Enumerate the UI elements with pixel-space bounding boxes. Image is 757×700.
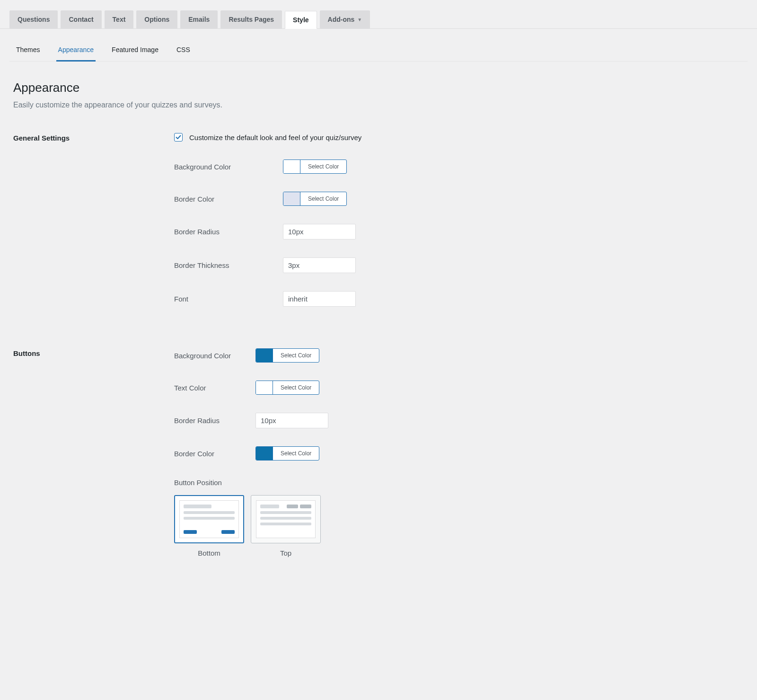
- section-heading-general: General Settings: [13, 133, 174, 325]
- subtab-appearance[interactable]: Appearance: [56, 39, 96, 62]
- primary-tabs: Questions Contact Text Options Emails Re…: [0, 0, 757, 29]
- subtab-css[interactable]: CSS: [175, 39, 192, 62]
- tab-options[interactable]: Options: [136, 10, 177, 28]
- page-title: Appearance: [13, 80, 744, 95]
- general-font-input[interactable]: [283, 291, 356, 307]
- sub-tabs: Themes Appearance Featured Image CSS: [9, 39, 748, 62]
- position-top-label: Top: [251, 549, 321, 557]
- tab-emails[interactable]: Emails: [180, 10, 218, 28]
- subtab-themes[interactable]: Themes: [14, 39, 42, 62]
- color-swatch: [283, 192, 300, 205]
- select-color-label: Select Color: [300, 160, 346, 173]
- label-bg-color: Background Color: [174, 163, 283, 171]
- button-position-bottom[interactable]: Bottom: [174, 495, 244, 557]
- tab-style[interactable]: Style: [285, 11, 317, 29]
- subtab-featured-image[interactable]: Featured Image: [110, 39, 160, 62]
- chevron-down-icon: ▼: [357, 17, 362, 22]
- color-swatch: [256, 447, 273, 460]
- general-bg-color-picker[interactable]: Select Color: [283, 159, 347, 174]
- select-color-label: Select Color: [273, 447, 319, 460]
- tab-addons-label: Add-ons: [328, 16, 355, 23]
- check-icon: [176, 134, 181, 140]
- section-buttons: Buttons Background Color Select Color Te…: [13, 348, 744, 557]
- label-border-thickness: Border Thickness: [174, 261, 283, 269]
- color-swatch: [256, 381, 273, 394]
- general-border-radius-input[interactable]: [283, 224, 356, 239]
- page-subtitle: Easily customize the appearance of your …: [13, 101, 744, 109]
- color-swatch: [283, 160, 300, 173]
- select-color-label: Select Color: [273, 381, 319, 394]
- label-btn-border-radius: Border Radius: [174, 416, 255, 425]
- tab-contact[interactable]: Contact: [61, 10, 101, 28]
- tab-text[interactable]: Text: [105, 10, 134, 28]
- label-btn-border-color: Border Color: [174, 450, 255, 458]
- button-position-top[interactable]: Top: [251, 495, 321, 557]
- general-border-color-picker[interactable]: Select Color: [283, 192, 347, 206]
- label-border-radius: Border Radius: [174, 228, 283, 236]
- buttons-bg-color-picker[interactable]: Select Color: [255, 348, 319, 363]
- color-swatch: [256, 349, 273, 362]
- section-general-settings: General Settings Customize the default l…: [13, 133, 744, 325]
- label-font: Font: [174, 295, 283, 303]
- customize-checkbox[interactable]: [174, 133, 183, 142]
- label-button-position: Button Position: [174, 478, 744, 487]
- select-color-label: Select Color: [300, 192, 346, 205]
- buttons-border-radius-input[interactable]: [255, 413, 328, 428]
- section-heading-buttons: Buttons: [13, 348, 174, 557]
- general-border-thickness-input[interactable]: [283, 257, 356, 273]
- buttons-text-color-picker[interactable]: Select Color: [255, 381, 319, 395]
- label-btn-text-color: Text Color: [174, 384, 255, 392]
- buttons-border-color-picker[interactable]: Select Color: [255, 446, 319, 461]
- tab-questions[interactable]: Questions: [9, 10, 58, 28]
- position-bottom-label: Bottom: [174, 549, 244, 557]
- customize-checkbox-label: Customize the default look and feel of y…: [189, 133, 361, 142]
- tab-results-pages[interactable]: Results Pages: [220, 10, 282, 28]
- select-color-label: Select Color: [273, 349, 319, 362]
- position-preview-top: [251, 495, 321, 543]
- position-preview-bottom: [174, 495, 244, 543]
- label-border-color: Border Color: [174, 195, 283, 203]
- label-btn-bg-color: Background Color: [174, 352, 255, 360]
- tab-addons[interactable]: Add-ons ▼: [320, 10, 370, 28]
